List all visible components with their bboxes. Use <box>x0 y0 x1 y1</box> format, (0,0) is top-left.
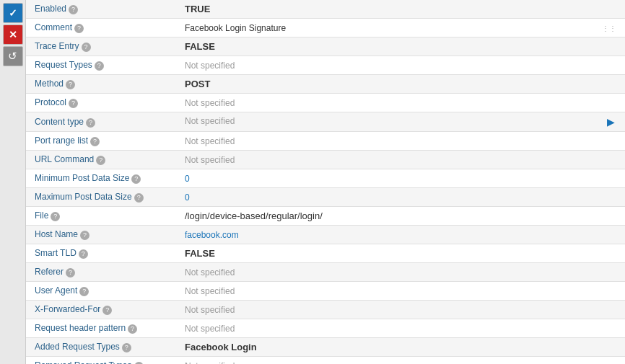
value-added-request-types: Facebook Login <box>178 338 625 357</box>
label-added-request-types: Added Request Types? <box>26 338 178 357</box>
table-row: Request Types?Not specified <box>26 56 625 75</box>
resize-handle[interactable]: ⋮⋮ <box>602 25 616 32</box>
cell-value: Not specified <box>185 305 235 315</box>
table-row: Added Request Types?Facebook Login <box>26 338 625 357</box>
label-port-range-list: Port range list? <box>26 132 178 151</box>
help-icon[interactable]: ? <box>90 137 100 146</box>
cell-value: Not specified <box>185 136 235 146</box>
table-row: Minimum Post Data Size?0 <box>26 169 625 188</box>
sidebar: ✓✕↺ <box>0 0 26 364</box>
table-row: Method?POST <box>26 75 625 94</box>
help-icon[interactable]: ? <box>131 174 141 184</box>
cell-value: Not specified <box>185 286 235 296</box>
label-referer: Referer? <box>26 263 178 282</box>
label-content-type: Content type? <box>26 112 178 132</box>
label-user-agent: User Agent? <box>26 282 178 301</box>
cell-value: Not specified <box>185 155 235 165</box>
table-row: Maximum Post Data Size?0 <box>26 188 625 207</box>
value-method: POST <box>178 75 625 94</box>
cell-value: Not specified <box>185 324 235 334</box>
label-file: File? <box>26 207 178 226</box>
help-icon[interactable]: ? <box>79 249 88 259</box>
label-minimum-post-data-size: Minimum Post Data Size? <box>26 169 178 188</box>
label-removed-request-types: Removed Request Types? <box>26 357 178 365</box>
table-row: File?/login/device-based/regular/login/ <box>26 207 625 226</box>
help-icon[interactable]: ? <box>96 156 105 165</box>
label-trace-entry: Trace Entry? <box>26 37 178 56</box>
help-icon[interactable]: ? <box>66 268 75 278</box>
cell-value: facebook.com <box>185 230 239 240</box>
send-icon[interactable]: ▶ <box>607 116 615 128</box>
label-request-types: Request Types? <box>26 56 178 75</box>
value-file: /login/device-based/regular/login/ <box>178 207 625 226</box>
table-row: Protocol?Not specified <box>26 94 625 112</box>
help-icon[interactable]: ? <box>66 80 75 89</box>
sidebar-btn-check[interactable]: ✓ <box>3 3 23 23</box>
table-row: Host Name?facebook.com <box>26 226 625 244</box>
value-trace-entry: FALSE <box>178 37 625 56</box>
label-smart-tld: Smart TLD? <box>26 244 178 263</box>
label-maximum-post-data-size: Maximum Post Data Size? <box>26 188 178 207</box>
content-area: Enabled?TRUEComment?Facebook Login Signa… <box>26 0 625 364</box>
table-row: Request header pattern?Not specified <box>26 319 625 338</box>
help-icon[interactable]: ? <box>134 193 144 203</box>
value-comment: Facebook Login Signature⋮⋮ <box>178 19 625 37</box>
cell-value: Not specified <box>185 116 235 126</box>
help-icon[interactable]: ? <box>69 99 78 108</box>
table-row: Port range list?Not specified <box>26 132 625 151</box>
value-removed-request-types: Not specified <box>178 357 625 365</box>
cell-value: FALSE <box>185 41 215 52</box>
cell-value: POST <box>185 79 210 89</box>
help-icon[interactable]: ? <box>51 212 60 221</box>
label-enabled: Enabled? <box>26 0 178 19</box>
value-user-agent: Not specified <box>178 282 625 301</box>
help-icon[interactable]: ? <box>128 324 137 334</box>
value-enabled: TRUE <box>178 0 625 19</box>
table-row: Enabled?TRUE <box>26 0 625 19</box>
label-url-command: URL Command? <box>26 151 178 169</box>
value-host-name: facebook.com <box>178 226 625 244</box>
properties-table: Enabled?TRUEComment?Facebook Login Signa… <box>26 0 625 364</box>
cell-value: Not specified <box>185 267 235 278</box>
cell-value: Not specified <box>185 61 235 71</box>
cell-value: Not specified <box>185 361 235 365</box>
value-referer: Not specified <box>178 263 625 282</box>
table-row: Removed Request Types?Not specified <box>26 357 625 365</box>
help-icon[interactable]: ? <box>102 306 112 315</box>
value-request-header-pattern: Not specified <box>178 319 625 338</box>
label-host-name: Host Name? <box>26 226 178 244</box>
table-row: Comment?Facebook Login Signature⋮⋮ <box>26 19 625 37</box>
help-icon[interactable]: ? <box>80 231 89 240</box>
value-content-type: Not specified▶ <box>178 112 625 132</box>
cell-value: /login/device-based/regular/login/ <box>185 210 323 221</box>
label-comment: Comment? <box>26 19 178 37</box>
help-icon[interactable]: ? <box>86 118 95 128</box>
table-row: X-Forwarded-For?Not specified <box>26 301 625 319</box>
cell-value: FALSE <box>185 248 215 259</box>
table-row: Smart TLD?FALSE <box>26 244 625 263</box>
sidebar-btn-close[interactable]: ✕ <box>3 25 23 45</box>
label-protocol: Protocol? <box>26 94 178 112</box>
cell-value: 0 <box>185 192 190 203</box>
help-icon[interactable]: ? <box>69 5 78 14</box>
help-icon[interactable]: ? <box>74 24 84 33</box>
value-port-range-list: Not specified <box>178 132 625 151</box>
cell-value: Facebook Login Signature <box>185 23 286 33</box>
label-request-header-pattern: Request header pattern? <box>26 319 178 338</box>
help-icon[interactable]: ? <box>82 43 91 52</box>
cell-value: 0 <box>185 174 190 184</box>
value-url-command: Not specified <box>178 151 625 169</box>
sidebar-btn-undo[interactable]: ↺ <box>3 46 23 66</box>
table-row: URL Command?Not specified <box>26 151 625 169</box>
table-row: Trace Entry?FALSE <box>26 37 625 56</box>
table-row: Content type?Not specified▶ <box>26 112 625 132</box>
value-maximum-post-data-size: 0 <box>178 188 625 207</box>
table-row: Referer?Not specified <box>26 263 625 282</box>
help-icon[interactable]: ? <box>95 61 104 71</box>
help-icon[interactable]: ? <box>79 287 89 296</box>
table-row: User Agent?Not specified <box>26 282 625 301</box>
value-protocol: Not specified <box>178 94 625 112</box>
label-method: Method? <box>26 75 178 94</box>
help-icon[interactable]: ? <box>122 343 131 352</box>
cell-value: Not specified <box>185 98 235 108</box>
